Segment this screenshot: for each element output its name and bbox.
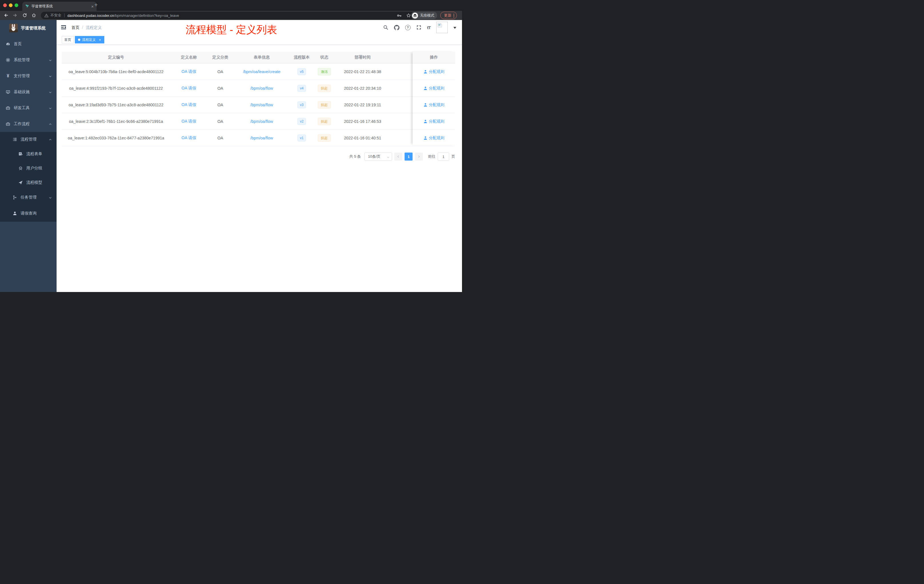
sidebar-item-label: 任务管理 bbox=[21, 195, 36, 200]
sidebar-item-process-model[interactable]: 流程模型 bbox=[0, 175, 56, 190]
browser-tab[interactable]: 芋道管理系统 × bbox=[22, 2, 97, 11]
update-browser-button[interactable]: 更新 bbox=[440, 12, 457, 19]
pagination: 共 5 条 10条/页 1 前往 页 bbox=[350, 153, 455, 160]
window-minimize-button[interactable] bbox=[9, 3, 13, 7]
pagination-prev-button[interactable] bbox=[394, 153, 402, 160]
pagination-goto-input[interactable] bbox=[438, 153, 449, 160]
tag-home[interactable]: 首页 bbox=[62, 36, 74, 43]
assign-rule-link[interactable]: 分配规则 bbox=[423, 69, 444, 74]
assign-rule-link[interactable]: 分配规则 bbox=[423, 86, 444, 91]
page-size-value: 10条/页 bbox=[368, 154, 381, 159]
sidebar-item-label: 请假查询 bbox=[21, 211, 36, 216]
pagination-next-button[interactable] bbox=[415, 153, 423, 160]
browser-menu-icon[interactable] bbox=[454, 14, 454, 17]
header-action-icons: ? tT bbox=[383, 20, 456, 35]
definition-name-link[interactable]: OA 请假 bbox=[182, 86, 196, 91]
window-close-button[interactable] bbox=[3, 3, 7, 7]
favicon-seedling-icon bbox=[25, 4, 29, 9]
cell-definition-id: oa_leave:2:3c1f0ef1-76b1-11ec-9c66-a2380… bbox=[62, 113, 170, 129]
github-icon[interactable] bbox=[394, 25, 399, 30]
sidebar-item-home[interactable]: 首页 bbox=[0, 36, 56, 52]
tab-title: 芋道管理系统 bbox=[31, 4, 53, 9]
assign-rule-link[interactable]: 分配规则 bbox=[423, 135, 444, 140]
sidebar-item-label: 流程表单 bbox=[26, 152, 42, 157]
breadcrumb-current: 流程定义 bbox=[86, 25, 102, 30]
definition-name-link[interactable]: OA 请假 bbox=[182, 102, 196, 107]
sidebar-item-user-group[interactable]: 用户分组 bbox=[0, 161, 56, 175]
sidebar-item-system[interactable]: 系统管理 bbox=[0, 52, 56, 68]
font-size-icon[interactable]: tT bbox=[427, 25, 431, 30]
bookmark-star-icon[interactable] bbox=[406, 13, 411, 18]
hamburger-collapse-icon[interactable] bbox=[61, 25, 66, 31]
assign-rule-link[interactable]: 分配规则 bbox=[423, 119, 444, 124]
assign-rule-link[interactable]: 分配规则 bbox=[423, 102, 444, 107]
tag-close-icon[interactable]: × bbox=[99, 38, 101, 42]
sidebar-item-label: 工作流程 bbox=[14, 121, 30, 127]
user-blue-icon bbox=[423, 103, 427, 107]
user-icon bbox=[13, 211, 17, 216]
help-icon[interactable]: ? bbox=[405, 25, 411, 30]
table-row: oa_leave:2:3c1f0ef1-76b1-11ec-9c66-a2380… bbox=[62, 113, 455, 130]
address-bar[interactable]: 不安全 dashboard.yudao.iocoder.cn/bpm/manag… bbox=[41, 12, 414, 19]
sidebar-item-task-management[interactable]: 任务管理 bbox=[0, 190, 56, 205]
pagination-page-unit: 页 bbox=[451, 154, 455, 159]
sidebar-item-process-management[interactable]: 流程管理 bbox=[0, 132, 56, 147]
sidebar-item-label: 首页 bbox=[14, 41, 22, 46]
forward-icon[interactable] bbox=[13, 13, 17, 19]
form-info-link[interactable]: /bpm/oa/leave/create bbox=[243, 69, 280, 74]
cell-deploy-time: 2022-01-16 01:40:51 bbox=[335, 130, 390, 146]
sidebar-logo-row[interactable]: 芋道管理系统 bbox=[0, 20, 56, 36]
page-size-select[interactable]: 10条/页 bbox=[364, 153, 392, 160]
form-info-link[interactable]: /bpm/oa/flow bbox=[250, 119, 273, 124]
breadcrumb-home[interactable]: 首页 bbox=[71, 25, 79, 30]
cell-category: OA bbox=[208, 63, 233, 80]
pagination-page-1[interactable]: 1 bbox=[404, 153, 412, 160]
home-icon[interactable] bbox=[31, 13, 36, 19]
insecure-label: 不安全 bbox=[50, 13, 61, 18]
form-info-link[interactable]: /bpm/oa/flow bbox=[250, 86, 273, 91]
cell-definition-id: oa_leave:5:004b710b-7b8a-11ec-8ef0-acde4… bbox=[62, 63, 170, 80]
sidebar-item-infrastructure[interactable]: 基础设施 bbox=[0, 84, 56, 100]
fullscreen-icon[interactable] bbox=[416, 25, 421, 30]
tag-process-definition[interactable]: 流程定义 × bbox=[75, 36, 104, 43]
column-header-process-version: 流程版本 bbox=[290, 52, 313, 63]
sidebar-item-process-form[interactable]: 流程表单 bbox=[0, 147, 56, 161]
cell-category: OA bbox=[208, 130, 233, 146]
version-badge: v4 bbox=[297, 85, 306, 92]
tab-close-icon[interactable]: × bbox=[91, 4, 94, 8]
avatar[interactable] bbox=[436, 22, 448, 33]
yen-icon: ¥ bbox=[6, 74, 10, 78]
sidebar-item-dev-tools[interactable]: 研发工具 bbox=[0, 100, 56, 116]
form-info-link[interactable]: /bpm/oa/flow bbox=[250, 136, 273, 140]
sidebar-item-workflow[interactable]: 工作流程 bbox=[0, 116, 56, 132]
active-tag-dot bbox=[78, 39, 80, 41]
chevron-down-icon bbox=[49, 90, 52, 95]
new-tab-button[interactable]: + bbox=[94, 2, 98, 8]
sidebar-item-payment[interactable]: ¥ 支付管理 bbox=[0, 68, 56, 84]
definition-name-link[interactable]: OA 请假 bbox=[182, 69, 196, 74]
table-row: oa_leave:5:004b710b-7b8a-11ec-8ef0-acde4… bbox=[62, 63, 455, 80]
definition-name-link[interactable]: OA 请假 bbox=[182, 135, 196, 140]
chevron-down-icon bbox=[386, 155, 390, 160]
paper-plane-icon bbox=[18, 180, 23, 185]
back-icon[interactable] bbox=[4, 13, 8, 19]
tree-branch-icon bbox=[13, 195, 17, 200]
table-header-row: 定义编号 定义名称 定义分类 表单信息 流程版本 状态 部署时间 操作 bbox=[62, 52, 455, 63]
column-header-definition-id: 定义编号 bbox=[62, 52, 170, 63]
password-key-icon[interactable] bbox=[397, 13, 402, 18]
sidebar-item-label: 用户分组 bbox=[26, 166, 42, 171]
reload-icon[interactable] bbox=[22, 13, 27, 19]
form-info-link[interactable]: /bpm/oa/flow bbox=[250, 102, 273, 107]
status-badge: 挂起 bbox=[318, 101, 331, 109]
definition-name-link[interactable]: OA 请假 bbox=[182, 119, 196, 124]
sidebar-item-leave-query[interactable]: 请假查询 bbox=[0, 205, 56, 222]
window-zoom-button[interactable] bbox=[15, 3, 18, 7]
chevron-down-icon bbox=[49, 196, 52, 200]
column-header-deploy-time: 部署时间 bbox=[335, 52, 390, 63]
search-icon[interactable] bbox=[383, 25, 388, 30]
cell-deploy-time: 2022-01-22 19:19:11 bbox=[335, 97, 390, 113]
sidebar-item-label: 基础设施 bbox=[14, 89, 30, 94]
version-badge: v5 bbox=[297, 68, 306, 75]
avatar-dropdown-caret-icon[interactable] bbox=[454, 27, 456, 30]
briefcase-icon bbox=[6, 122, 10, 126]
